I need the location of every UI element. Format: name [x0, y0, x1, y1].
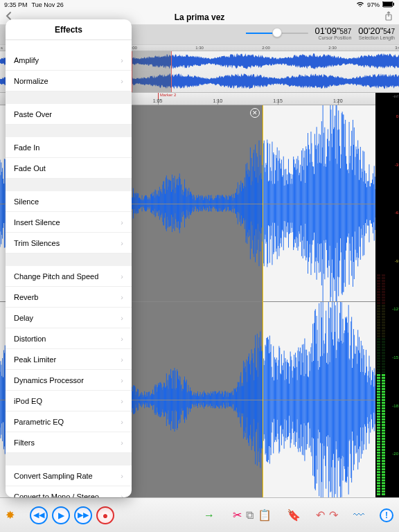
ruler-tick-label: 1:10	[213, 98, 223, 103]
chevron-right-icon: ›	[121, 239, 123, 247]
effect-row-label: Parametric EQ	[14, 418, 64, 426]
chevron-right-icon: ›	[121, 376, 123, 384]
effects-list[interactable]: Amplify›Normalize›Paste OverFade InFade …	[6, 40, 132, 497]
effect-row-change-pitch-and-speed[interactable]: Change Pitch and Speed›	[6, 266, 132, 287]
chevron-right-icon: ›	[121, 335, 123, 343]
info-button[interactable]: !	[380, 508, 393, 522]
paste-button[interactable]: 📋	[258, 508, 272, 522]
effect-row-silence[interactable]: Silence	[6, 191, 132, 212]
svg-rect-2	[393, 3, 395, 6]
effect-row-dynamics-processor[interactable]: Dynamics Processor›	[6, 370, 132, 391]
effect-row-label: Paste Over	[14, 110, 52, 118]
selection-length-readout: 00'20"547 Selection Length	[358, 26, 395, 40]
chevron-right-icon: ›	[121, 397, 123, 405]
timeline-marker[interactable]: Marker 2	[158, 93, 193, 99]
rewind-button[interactable]: ◀◀	[30, 506, 48, 524]
effect-row-normalize[interactable]: Normalize›	[6, 71, 132, 91]
chevron-right-icon: ›	[121, 56, 123, 64]
effect-row-fade-in[interactable]: Fade In	[6, 137, 132, 158]
chevron-right-icon: ›	[121, 493, 123, 498]
meter-scale-label: -15	[392, 355, 398, 360]
ruler-tick-label: 1:05	[153, 98, 163, 103]
meter-scale-label: -18	[392, 404, 398, 408]
redo-button[interactable]: ↷	[329, 508, 338, 522]
effect-row-label: Normalize	[14, 77, 48, 85]
meter-scale-label: -6	[395, 211, 398, 215]
effect-row-label: Distortion	[14, 335, 46, 343]
meter-scale-label: -inf	[393, 94, 398, 98]
overview-tick: 1:30	[195, 46, 204, 50]
effect-row-label: Silence	[14, 197, 39, 206]
page-title: La prima vez	[175, 12, 225, 22]
effect-row-label: Fade In	[14, 143, 39, 152]
ruler-tick-label: 1:20	[333, 98, 343, 103]
effect-row-ipod-eq[interactable]: iPod EQ›	[6, 391, 132, 411]
chevron-right-icon: ›	[121, 293, 123, 301]
effect-row-label: Dynamics Processor	[14, 376, 84, 384]
effect-row-label: Peak Limiter	[14, 355, 56, 364]
overview-tick: 2:00	[262, 46, 270, 50]
effect-row-reverb[interactable]: Reverb›	[6, 287, 132, 308]
effect-row-fade-out[interactable]: Fade Out	[6, 158, 132, 179]
chevron-right-icon: ›	[121, 77, 123, 85]
effect-row-label: Fade Out	[14, 164, 46, 172]
zoom-slider[interactable]	[246, 31, 308, 35]
effect-row-trim-silences[interactable]: Trim Silences›	[6, 233, 132, 254]
effect-row-distortion[interactable]: Distortion›	[6, 328, 132, 349]
effect-row-insert-silence[interactable]: Insert Silence›	[6, 212, 132, 233]
effect-row-label: Filters	[14, 438, 35, 447]
status-bar: 9:35 PM Tue Nov 26 97%	[0, 0, 399, 10]
effect-row-label: Trim Silences	[14, 239, 60, 247]
effect-row-peak-limiter[interactable]: Peak Limiter›	[6, 349, 132, 370]
effect-row-label: Insert Silence	[14, 218, 60, 227]
playhead-cursor[interactable]	[263, 105, 263, 497]
effect-row-label: Reverb	[14, 293, 38, 301]
svg-rect-1	[383, 2, 392, 6]
forward-button[interactable]: ▶▶	[74, 506, 92, 524]
status-date: Tue Nov 26	[32, 1, 64, 8]
effect-row-parametric-eq[interactable]: Parametric EQ›	[6, 411, 132, 432]
effect-row-label: iPod EQ	[14, 397, 42, 405]
record-button[interactable]: ●	[96, 506, 114, 524]
effect-row-delay[interactable]: Delay›	[6, 308, 132, 328]
header-controls: 01'09"587 Cursor Position 00'20"547 Sele…	[246, 26, 395, 40]
effect-row-paste-over[interactable]: Paste Over	[6, 104, 132, 125]
chevron-right-icon: ›	[121, 355, 123, 364]
chevron-right-icon: ›	[121, 418, 123, 426]
brush-button[interactable]: 〰	[353, 509, 364, 522]
overview-tick: 2:30	[328, 46, 337, 50]
copy-button[interactable]: ⧉	[246, 509, 254, 522]
marker-button[interactable]: 🔖	[287, 508, 301, 522]
effect-row-amplify[interactable]: Amplify›	[6, 50, 132, 71]
cut-button[interactable]: ✂	[233, 508, 242, 522]
effect-row-convert-to-mono-stereo[interactable]: Convert to Mono / Stereo›	[6, 486, 132, 497]
effect-row-label: Change Pitch and Speed	[14, 272, 98, 281]
effects-button[interactable]: ✸	[6, 508, 15, 522]
overview-tick: 3:00	[395, 46, 399, 50]
cursor-position-readout: 01'09"587 Cursor Position	[315, 26, 352, 40]
effect-row-label: Amplify	[14, 56, 39, 64]
effect-row-convert-sampling-rate[interactable]: Convert Sampling Rate›	[6, 466, 132, 486]
chevron-right-icon: ›	[121, 272, 123, 281]
battery-percent: 97%	[367, 1, 380, 8]
export-button[interactable]: →	[204, 509, 215, 522]
bottom-toolbar: ✸ ◀◀ ▶ ▶▶ ● → ✂ ⧉ 📋 🔖 ↶ ↷ 〰 !	[0, 497, 399, 532]
overview-selection[interactable]	[132, 51, 172, 92]
meter-scale-label: -9	[395, 259, 398, 263]
level-meters: -inf0-3-6-9-12-15-18-20	[375, 93, 399, 497]
popover-title: Effects	[6, 19, 132, 40]
play-button[interactable]: ▶	[52, 506, 70, 524]
overview-tick: 0 s	[0, 46, 3, 50]
meter-scale-label: -20	[392, 452, 398, 456]
undo-button[interactable]: ↶	[316, 508, 325, 522]
chevron-right-icon: ›	[121, 218, 123, 227]
meter-scale-label: -3	[395, 163, 398, 167]
status-time: 9:35 PM	[4, 1, 28, 8]
battery-icon	[382, 1, 395, 9]
chevron-right-icon: ›	[121, 314, 123, 322]
meter-scale-label: 0	[396, 114, 398, 118]
share-button[interactable]	[384, 11, 395, 22]
chevron-right-icon: ›	[121, 438, 123, 447]
effect-row-filters[interactable]: Filters›	[6, 432, 132, 453]
ruler-tick-label: 1:15	[273, 98, 283, 103]
